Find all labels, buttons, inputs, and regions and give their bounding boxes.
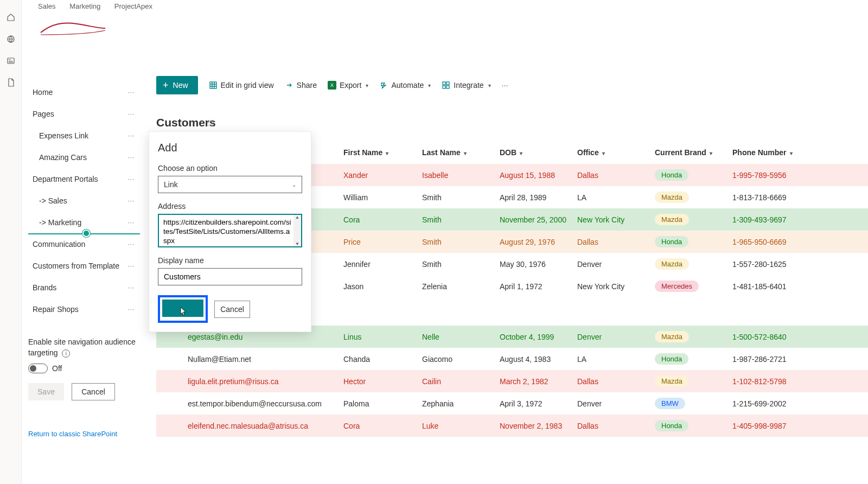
nav-expenses-link[interactable]: Expenses Link··· [28,125,140,147]
rail-home-icon[interactable] [0,7,22,28]
nav-more-icon[interactable]: ··· [128,263,135,269]
col-dob[interactable]: DOB▾ [500,148,577,157]
brand-pill: Mazda [655,214,689,225]
audience-targeting-toggle[interactable]: Off [28,364,140,373]
brand-pill: Mazda [655,331,689,342]
nav-department-portals[interactable]: Department Portals··· [28,168,140,190]
table-row[interactable]: Nullam@Etiam.netChandaGiacomoAugust 4, 1… [156,348,868,370]
nav-label: Communication [33,240,85,249]
cell-first-name: Cora [343,215,422,224]
nav-more-icon[interactable]: ··· [128,89,135,95]
col-last-name[interactable]: Last Name▾ [422,148,500,157]
cell-brand: Honda [655,236,732,247]
cell-phone: 1-481-185-6401 [732,282,819,291]
info-icon[interactable]: i [62,349,70,358]
nav-repair-shops[interactable]: Repair Shops··· [28,298,140,320]
nav-more-icon[interactable]: ··· [128,306,135,313]
ok-button[interactable] [162,300,203,317]
chevron-down-icon: ▾ [366,82,368,88]
cell-brand: Mazda [655,258,732,270]
cell-dob: March 2, 1982 [500,377,577,386]
cell-brand: Mazda [655,192,732,203]
choose-option-label: Choose an option [158,164,302,173]
nav-customers-template[interactable]: Customers from Template··· [28,255,140,277]
display-name-input[interactable] [158,268,302,285]
cmd-label: New [173,81,188,90]
app-rail [0,0,22,484]
cell-phone: 1-557-280-1625 [732,260,819,269]
nav-label: Department Portals [33,175,98,183]
cell-first-name: Jason [343,282,422,291]
cell-dob: April 28, 1989 [500,193,577,202]
col-phone[interactable]: Phone Number▾ [732,148,819,157]
select-value: Link [164,180,178,189]
cmd-overflow[interactable]: ··· [502,81,508,90]
cell-phone: 1-405-998-9987 [732,422,819,430]
rail-news-icon[interactable] [0,50,22,72]
nav-cancel-button[interactable]: Cancel [72,383,115,400]
col-brand[interactable]: Current Brand▾ [655,148,732,157]
add-panel-title: Add [158,142,302,154]
mouse-cursor-icon [178,307,187,316]
svg-rect-5 [443,86,445,88]
nav-home[interactable]: Home··· [28,81,140,103]
hub-tab-sales[interactable]: Sales [38,2,56,10]
rail-globe-icon[interactable] [0,28,22,50]
rail-file-icon[interactable] [0,72,22,93]
chevron-down-icon: ▾ [428,82,431,88]
nav-more-icon[interactable]: ··· [128,241,135,247]
cell-first-name: William [343,193,422,202]
cmd-label: Export [340,81,361,90]
nav-more-icon[interactable]: ··· [128,198,135,204]
nav-pages[interactable]: Pages··· [28,103,140,125]
site-logo[interactable] [38,12,107,39]
cell-office: Dallas [577,171,655,180]
brand-pill: Honda [655,169,688,181]
chevron-down-icon: ▾ [488,82,491,88]
nav-label: Expenses Link [39,131,88,140]
nav-label: -> Sales [39,196,67,205]
nav-communication[interactable]: Communication··· [28,233,140,255]
nav-more-icon[interactable]: ··· [128,284,135,291]
table-row[interactable]: eleifend.nec.malesuada@atrisus.caCoraLuk… [156,415,868,437]
cmd-new-button[interactable]: +New [156,76,198,94]
address-input[interactable] [159,215,293,246]
cell-first-name: Paloma [343,399,422,408]
nav-label: Customers from Template [33,262,119,270]
cmd-export[interactable]: XExport▾ [328,81,368,90]
cell-phone: 1-813-718-6669 [732,193,819,202]
scrollbar[interactable]: ▲▼ [293,215,301,246]
choose-option-select[interactable]: Link⌄ [158,176,302,193]
ok-button-highlight [158,295,208,323]
cmd-automate[interactable]: Automate▾ [379,81,431,90]
automate-icon [379,81,388,90]
favorite-star-icon[interactable]: ☆ [206,117,215,129]
cancel-button[interactable]: Cancel [214,301,250,318]
nav-more-icon[interactable]: ··· [128,154,135,161]
cmd-share[interactable]: Share [285,81,317,90]
cell-office: Denver [577,399,655,408]
nav-more-icon[interactable]: ··· [128,219,135,226]
nav-label: -> Marketing [39,218,81,227]
hub-tab-marketing[interactable]: Marketing [69,2,100,10]
add-link-panel: Add Choose an option Link⌄ Address ▲▼ Di… [149,131,311,332]
nav-more-icon[interactable]: ··· [128,111,135,117]
col-office[interactable]: Office▾ [577,148,655,157]
nav-more-icon[interactable]: ··· [128,132,135,139]
cell-office: New York City [577,282,655,291]
cell-dob: November 25, 2000 [500,215,577,224]
display-name-label: Display name [158,256,302,265]
table-row[interactable]: ligula.elit.pretium@risus.caHectorCailin… [156,370,868,392]
nav-brands[interactable]: Brands··· [28,277,140,298]
nav-sales[interactable]: -> Sales··· [28,190,140,212]
cmd-edit-grid[interactable]: Edit in grid view [209,81,274,90]
nav-label: Home [33,88,53,97]
nav-more-icon[interactable]: ··· [128,176,135,182]
return-classic-link[interactable]: Return to classic SharePoint [28,430,117,438]
nav-amazing-cars[interactable]: Amazing Cars··· [28,147,140,168]
hub-tab-projectapex[interactable]: ProjectApex [114,2,152,10]
share-icon [285,81,293,90]
cell-email: egestas@in.edu [156,333,343,341]
cmd-integrate[interactable]: Integrate▾ [442,81,490,90]
table-row[interactable]: est.tempor.bibendum@neccursusa.comPaloma… [156,392,868,415]
